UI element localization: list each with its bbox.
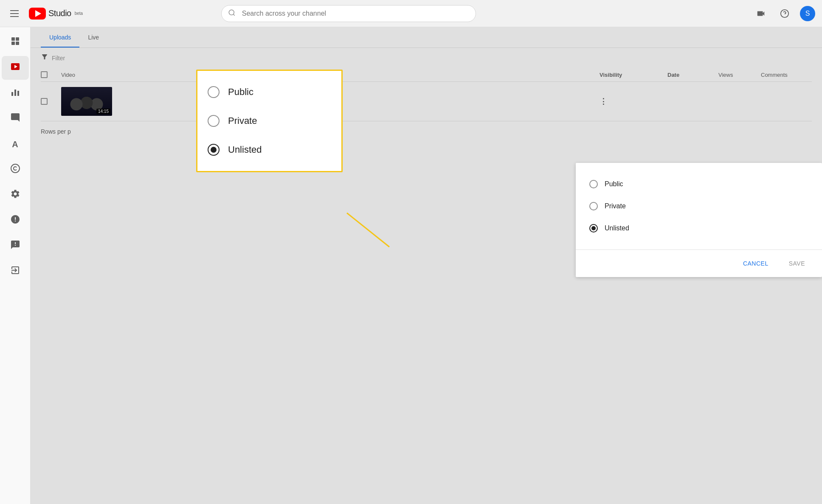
radio-private[interactable]: [589, 202, 598, 210]
dashboard-icon: [10, 36, 20, 49]
visibility-panel-body: Public Private Unlisted: [576, 163, 822, 249]
help-button[interactable]: [776, 5, 793, 22]
svg-rect-6: [11, 42, 15, 45]
zoom-label-private: Private: [228, 115, 257, 126]
label-private: Private: [605, 202, 626, 210]
sidebar: A: [0, 27, 31, 504]
studio-text: Studio: [48, 8, 71, 18]
create-video-button[interactable]: [752, 5, 769, 22]
svg-rect-10: [11, 92, 13, 96]
analytics-icon: [10, 87, 20, 100]
sidebar-item-copyright[interactable]: [2, 158, 29, 182]
sidebar-item-issues[interactable]: [2, 209, 29, 232]
zoom-option-private[interactable]: Private: [208, 106, 331, 135]
zoom-option-unlisted[interactable]: Unlisted: [208, 135, 331, 164]
sidebar-item-comments[interactable]: [2, 107, 29, 131]
main-content: Uploads Live Filter Video Visibility Dat…: [31, 27, 822, 504]
comments-icon: [10, 112, 20, 125]
option-unlisted[interactable]: Unlisted: [589, 217, 808, 239]
subtitles-icon: A: [12, 140, 18, 149]
zoom-option-public[interactable]: Public: [208, 78, 331, 106]
copyright-icon: [10, 163, 20, 176]
beta-badge: beta: [75, 11, 83, 16]
sidebar-item-exit[interactable]: [2, 260, 29, 283]
layout: A: [0, 27, 822, 504]
feedback-icon: [10, 240, 20, 252]
sidebar-item-feedback[interactable]: [2, 234, 29, 258]
svg-rect-11: [14, 90, 16, 96]
header: Studio beta S: [0, 0, 822, 27]
sidebar-item-subtitles[interactable]: A: [2, 132, 29, 156]
save-button[interactable]: SAVE: [782, 257, 812, 270]
svg-point-0: [229, 10, 234, 15]
zoom-label-public: Public: [228, 87, 253, 98]
svg-rect-5: [16, 37, 19, 41]
option-private[interactable]: Private: [589, 195, 808, 217]
zoom-radio-unlisted[interactable]: [208, 144, 220, 156]
option-public[interactable]: Public: [589, 173, 808, 195]
issues-icon: [10, 214, 20, 227]
hamburger-menu[interactable]: [7, 7, 22, 20]
zoom-radio-private[interactable]: [208, 115, 220, 127]
visibility-panel-actions: CANCEL SAVE: [576, 249, 822, 277]
search-input[interactable]: [221, 5, 476, 22]
visibility-panel: Public Private Unlisted CANCEL SAVE: [576, 163, 822, 277]
radio-unlisted[interactable]: [589, 224, 598, 232]
cancel-button[interactable]: CANCEL: [736, 257, 775, 270]
zoom-radio-public[interactable]: [208, 86, 220, 98]
header-left: Studio beta: [7, 7, 83, 20]
avatar[interactable]: S: [800, 6, 815, 21]
label-unlisted: Unlisted: [605, 224, 629, 232]
svg-line-1: [233, 14, 234, 15]
zoomed-visibility-popup: Public Private Unlisted: [196, 70, 343, 172]
exit-icon: [10, 265, 20, 278]
sidebar-item-settings[interactable]: [2, 183, 29, 207]
radio-public[interactable]: [589, 180, 598, 188]
videos-icon: [10, 62, 20, 74]
play-icon: [35, 10, 41, 17]
svg-point-13: [11, 164, 20, 173]
label-public: Public: [605, 180, 623, 188]
search-bar: [221, 5, 476, 22]
sidebar-item-dashboard[interactable]: [2, 31, 29, 54]
zoom-label-unlisted: Unlisted: [228, 144, 262, 155]
header-right: S: [752, 5, 815, 22]
svg-rect-7: [16, 42, 19, 45]
youtube-logo: [29, 8, 46, 20]
sidebar-item-analytics[interactable]: [2, 81, 29, 105]
search-icon: [228, 9, 236, 18]
svg-rect-12: [17, 91, 19, 96]
logo-container: Studio beta: [29, 8, 83, 20]
settings-icon: [10, 189, 20, 202]
svg-rect-4: [11, 37, 15, 41]
sidebar-item-videos[interactable]: [2, 56, 29, 80]
